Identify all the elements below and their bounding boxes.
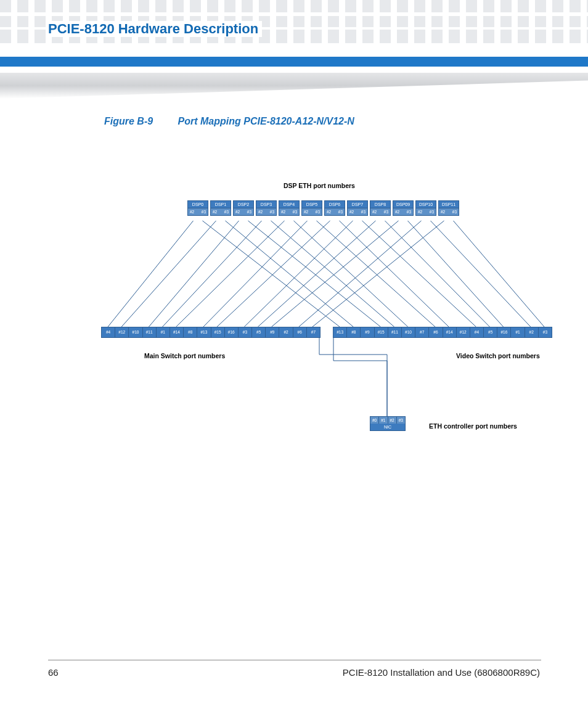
svg-line-1 bbox=[202, 221, 340, 327]
video-switch-port-1: #8 bbox=[347, 327, 361, 337]
dsp-header: DSP ETH port numbers bbox=[284, 182, 355, 189]
svg-line-11 bbox=[316, 221, 435, 327]
dsp-9: DSP09#2#3 bbox=[393, 200, 414, 216]
main-switch-port-2: #10 bbox=[129, 327, 142, 337]
dsp-10: DSP10#2#3 bbox=[415, 200, 436, 216]
dsp-1: DSP1#2#3 bbox=[210, 200, 231, 216]
video-switch-port-0: #13 bbox=[333, 327, 347, 337]
video-switch-port-7: #6 bbox=[429, 327, 443, 337]
page: PCIE-8120 Hardware Description Figure B-… bbox=[0, 0, 588, 706]
main-switch-bar: #4#12#10#11#1#14#8#13#15#16#3#5#9#2#6#7 bbox=[101, 327, 321, 338]
dsp-11: DSP11#2#3 bbox=[438, 200, 459, 216]
svg-line-23 bbox=[453, 221, 544, 327]
main-switch-label: Main Switch port numbers bbox=[144, 352, 225, 359]
dsp-row: DSP0#2#3DSP1#2#3DSP2#2#3DSP3#2#3DSP4#2#3… bbox=[187, 200, 459, 216]
blue-bar bbox=[0, 57, 588, 67]
svg-line-21 bbox=[430, 221, 530, 327]
main-switch-port-1: #12 bbox=[115, 327, 129, 337]
nic-port-3: #3 bbox=[397, 417, 405, 424]
svg-line-4 bbox=[149, 221, 239, 327]
nic-label: NIC bbox=[370, 424, 405, 430]
svg-line-17 bbox=[385, 221, 489, 327]
svg-line-0 bbox=[108, 221, 193, 327]
svg-line-19 bbox=[407, 221, 503, 327]
main-switch-port-12: #9 bbox=[266, 327, 279, 337]
video-switch-port-2: #9 bbox=[361, 327, 374, 337]
video-switch-port-14: #2 bbox=[525, 327, 539, 337]
svg-line-20 bbox=[299, 221, 422, 327]
connection-wires bbox=[99, 176, 549, 447]
video-switch-port-10: #4 bbox=[470, 327, 484, 337]
figure-number: Figure B-9 bbox=[104, 116, 153, 126]
main-switch-port-3: #11 bbox=[143, 327, 157, 337]
svg-line-6 bbox=[163, 221, 262, 327]
main-switch-port-10: #3 bbox=[239, 327, 252, 337]
video-switch-port-9: #12 bbox=[457, 327, 470, 337]
video-switch-port-5: #10 bbox=[402, 327, 415, 337]
nic-port-1: #1 bbox=[379, 417, 388, 424]
main-switch-port-15: #7 bbox=[307, 327, 320, 337]
svg-line-2 bbox=[121, 221, 216, 327]
svg-line-5 bbox=[248, 221, 380, 327]
video-switch-port-13: #1 bbox=[511, 327, 525, 337]
video-switch-port-3: #15 bbox=[375, 327, 388, 337]
video-switch-bar: #13#8#9#15#11#10#7#6#14#12#4#5#16#1#2#3 bbox=[333, 327, 552, 338]
dsp-7: DSP7#2#3 bbox=[347, 200, 368, 216]
svg-line-18 bbox=[272, 221, 399, 327]
dsp-0: DSP0#2#3 bbox=[187, 200, 208, 216]
page-number: 66 bbox=[48, 667, 59, 678]
dsp-4: DSP4#2#3 bbox=[279, 200, 300, 216]
svg-line-16 bbox=[258, 221, 375, 327]
port-mapping-diagram: DSP ETH port numbers DSP0#2#3DSP1#2#3DSP… bbox=[99, 176, 549, 447]
svg-line-13 bbox=[339, 221, 449, 327]
svg-line-10 bbox=[203, 221, 308, 327]
video-switch-port-15: #3 bbox=[539, 327, 552, 337]
video-switch-port-8: #14 bbox=[443, 327, 457, 337]
nic-block: #0#1#2#3 NIC bbox=[370, 416, 406, 431]
main-switch-port-14: #6 bbox=[293, 327, 307, 337]
svg-line-15 bbox=[362, 221, 476, 327]
nic-port-0: #0 bbox=[370, 417, 379, 424]
video-switch-port-6: #7 bbox=[415, 327, 429, 337]
main-switch-port-7: #13 bbox=[197, 327, 211, 337]
main-switch-port-5: #14 bbox=[170, 327, 184, 337]
dsp-2: DSP2#2#3 bbox=[233, 200, 254, 216]
main-switch-port-8: #15 bbox=[211, 327, 225, 337]
eth-controller-label: ETH controller port numbers bbox=[429, 422, 517, 430]
figure-caption: Port Mapping PCIE-8120-A12-N/V12-N bbox=[178, 116, 354, 126]
main-switch-port-6: #8 bbox=[184, 327, 197, 337]
grey-wedge bbox=[0, 73, 588, 99]
dsp-3: DSP3#2#3 bbox=[256, 200, 277, 216]
footer-title: PCIE-8120 Installation and Use (6806800R… bbox=[343, 667, 540, 678]
dsp-6: DSP6#2#3 bbox=[324, 200, 345, 216]
main-switch-port-13: #2 bbox=[279, 327, 293, 337]
svg-line-7 bbox=[271, 221, 394, 327]
svg-line-3 bbox=[225, 221, 353, 327]
video-switch-label: Video Switch port numbers bbox=[456, 352, 540, 359]
svg-line-9 bbox=[293, 221, 407, 327]
nic-port-2: #2 bbox=[388, 417, 397, 424]
chapter-title: PCIE-8120 Hardware Description bbox=[48, 21, 262, 37]
svg-line-8 bbox=[176, 221, 285, 327]
main-switch-port-9: #16 bbox=[225, 327, 239, 337]
svg-line-12 bbox=[217, 221, 330, 327]
figure-label: Figure B-9 Port Mapping PCIE-8120-A12-N/… bbox=[104, 116, 354, 127]
main-switch-port-11: #5 bbox=[252, 327, 266, 337]
video-switch-port-11: #5 bbox=[484, 327, 497, 337]
svg-line-22 bbox=[312, 221, 444, 327]
video-switch-port-12: #16 bbox=[497, 327, 511, 337]
svg-line-14 bbox=[244, 221, 353, 327]
footer-rule bbox=[48, 660, 541, 660]
main-switch-port-4: #1 bbox=[157, 327, 170, 337]
video-switch-port-4: #11 bbox=[388, 327, 402, 337]
main-switch-port-0: #4 bbox=[102, 327, 115, 337]
dsp-5: DSP5#2#3 bbox=[301, 200, 322, 216]
dsp-8: DSP8#2#3 bbox=[370, 200, 391, 216]
